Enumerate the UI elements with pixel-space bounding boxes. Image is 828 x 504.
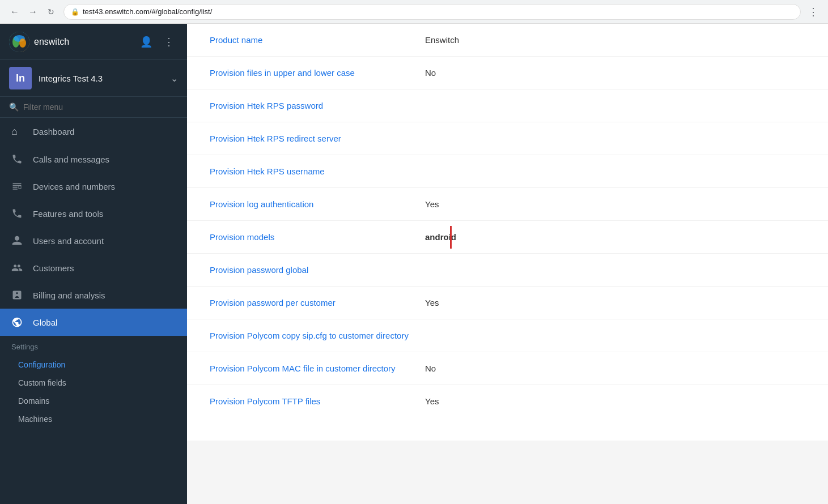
filter-input[interactable] bbox=[23, 102, 178, 112]
config-row-name[interactable]: Provision Htek RPS username bbox=[210, 165, 425, 177]
config-row-name[interactable]: Provision Polycom TFTP files bbox=[210, 395, 425, 407]
config-row-name[interactable]: Provision Htek RPS redirect server bbox=[210, 133, 425, 144]
logo-area: enswitch bbox=[9, 32, 69, 52]
global-icon bbox=[11, 317, 24, 328]
config-row-name[interactable]: Provision log authentication bbox=[210, 198, 425, 210]
address-bar[interactable]: 🔒 test43.enswitch.com/#/global/config/li… bbox=[63, 4, 801, 20]
sidebar-item-billing[interactable]: Billing and analysis bbox=[0, 281, 187, 309]
config-row: Provision Polycom MAC file in customer d… bbox=[187, 352, 828, 385]
config-row: Provision modelsandroid bbox=[187, 221, 828, 254]
config-table: Product nameEnswitchProvision files in u… bbox=[187, 24, 828, 441]
config-row-value: Yes bbox=[425, 395, 805, 407]
config-row: Product nameEnswitch bbox=[187, 24, 828, 57]
lock-icon: 🔒 bbox=[71, 8, 79, 16]
config-row-value: Yes bbox=[425, 198, 805, 210]
account-name: Integrics Test 4.3 bbox=[39, 74, 164, 83]
sub-nav-machines[interactable]: Machines bbox=[0, 410, 187, 428]
features-icon bbox=[11, 208, 24, 219]
sidebar-item-customers[interactable]: Customers bbox=[0, 254, 187, 281]
config-row-value: No bbox=[425, 67, 805, 79]
config-row: Provision Htek RPS username bbox=[187, 155, 828, 188]
sub-nav-domains[interactable]: Domains bbox=[0, 392, 187, 410]
url-text: test43.enswitch.com/#/global/config/list… bbox=[83, 7, 212, 16]
settings-section: Settings bbox=[0, 336, 187, 356]
sub-nav-custom-fields[interactable]: Custom fields bbox=[0, 374, 187, 392]
sidebar: enswitch 👤 ⋮ In Integrics Test 4.3 ⌄ 🔍 bbox=[0, 24, 187, 504]
sidebar-item-devices-label: Devices and numbers bbox=[33, 182, 115, 191]
main-content: Product nameEnswitchProvision files in u… bbox=[187, 24, 828, 504]
account-chevron-icon: ⌄ bbox=[171, 73, 178, 84]
header-icons: 👤 ⋮ bbox=[137, 33, 178, 51]
config-row-name[interactable]: Provision Htek RPS password bbox=[210, 100, 425, 112]
sidebar-item-dashboard-label: Dashboard bbox=[33, 127, 74, 136]
sidebar-item-dashboard[interactable]: ⌂ Dashboard bbox=[0, 118, 187, 146]
config-row-value: Yes bbox=[425, 297, 805, 309]
sidebar-item-billing-label: Billing and analysis bbox=[33, 291, 105, 300]
customers-icon bbox=[11, 262, 24, 274]
logo-text: enswitch bbox=[34, 37, 69, 47]
sidebar-item-users[interactable]: Users and account bbox=[0, 227, 187, 254]
user-icon-button[interactable]: 👤 bbox=[137, 33, 155, 51]
reload-button[interactable]: ↻ bbox=[43, 4, 59, 20]
sidebar-item-customers-label: Customers bbox=[33, 263, 74, 273]
config-row-name[interactable]: Provision models bbox=[210, 231, 425, 243]
config-row-name[interactable]: Provision password per customer bbox=[210, 297, 425, 309]
user-single-icon bbox=[11, 235, 24, 246]
config-row-value: Enswitch bbox=[425, 34, 805, 46]
config-row: Provision Polycom TFTP filesYes bbox=[187, 385, 828, 418]
sidebar-item-devices[interactable]: Devices and numbers bbox=[0, 173, 187, 200]
config-row-value: No bbox=[425, 362, 805, 374]
sidebar-item-users-label: Users and account bbox=[33, 236, 104, 246]
billing-icon bbox=[11, 289, 24, 301]
sidebar-item-global-label: Global bbox=[33, 318, 57, 327]
browser-nav-buttons: ← → ↻ bbox=[7, 4, 59, 20]
browser-bar: ← → ↻ 🔒 test43.enswitch.com/#/global/con… bbox=[0, 0, 828, 24]
config-row-value: android bbox=[425, 231, 805, 243]
phone-icon bbox=[11, 153, 24, 165]
config-row: Provision Htek RPS password bbox=[187, 89, 828, 122]
logo-image bbox=[9, 32, 29, 52]
red-indicator bbox=[450, 226, 452, 249]
forward-button[interactable]: → bbox=[25, 4, 41, 20]
config-row: Provision files in upper and lower caseN… bbox=[187, 57, 828, 89]
config-row: Provision log authenticationYes bbox=[187, 188, 828, 221]
config-row-name[interactable]: Provision files in upper and lower case bbox=[210, 67, 425, 79]
sub-nav-configuration[interactable]: Configuration bbox=[0, 356, 187, 374]
devices-icon bbox=[11, 181, 24, 192]
config-row-name[interactable]: Provision Polycom MAC file in customer d… bbox=[210, 362, 425, 374]
config-row-name[interactable]: Provision password global bbox=[210, 264, 425, 276]
sidebar-item-calls[interactable]: Calls and messages bbox=[0, 146, 187, 173]
config-row: Provision Htek RPS redirect server bbox=[187, 122, 828, 155]
main-nav: ⌂ Dashboard Calls and messages Devices a… bbox=[0, 118, 187, 336]
config-row-name[interactable]: Product name bbox=[210, 34, 425, 46]
browser-menu-button[interactable]: ⋮ bbox=[805, 4, 821, 20]
account-selector[interactable]: In Integrics Test 4.3 ⌄ bbox=[0, 60, 187, 97]
config-row: Provision Polycom copy sip.cfg to custom… bbox=[187, 319, 828, 352]
back-button[interactable]: ← bbox=[7, 4, 23, 20]
account-avatar: In bbox=[9, 67, 32, 89]
config-row-name[interactable]: Provision Polycom copy sip.cfg to custom… bbox=[210, 330, 425, 341]
config-row: Provision password per customerYes bbox=[187, 287, 828, 319]
home-icon: ⌂ bbox=[11, 126, 24, 138]
sidebar-item-features[interactable]: Features and tools bbox=[0, 200, 187, 227]
sidebar-header: enswitch 👤 ⋮ bbox=[0, 24, 187, 60]
more-options-button[interactable]: ⋮ bbox=[160, 33, 178, 51]
filter-search-icon: 🔍 bbox=[9, 102, 19, 112]
sidebar-item-features-label: Features and tools bbox=[33, 209, 103, 219]
sidebar-item-global[interactable]: Global bbox=[0, 309, 187, 336]
config-row: Provision password global bbox=[187, 254, 828, 287]
svg-point-3 bbox=[19, 39, 26, 48]
app-container: enswitch 👤 ⋮ In Integrics Test 4.3 ⌄ 🔍 bbox=[0, 24, 828, 504]
settings-label: Settings bbox=[11, 343, 176, 351]
sidebar-item-calls-label: Calls and messages bbox=[33, 155, 109, 164]
filter-area: 🔍 bbox=[0, 97, 187, 118]
